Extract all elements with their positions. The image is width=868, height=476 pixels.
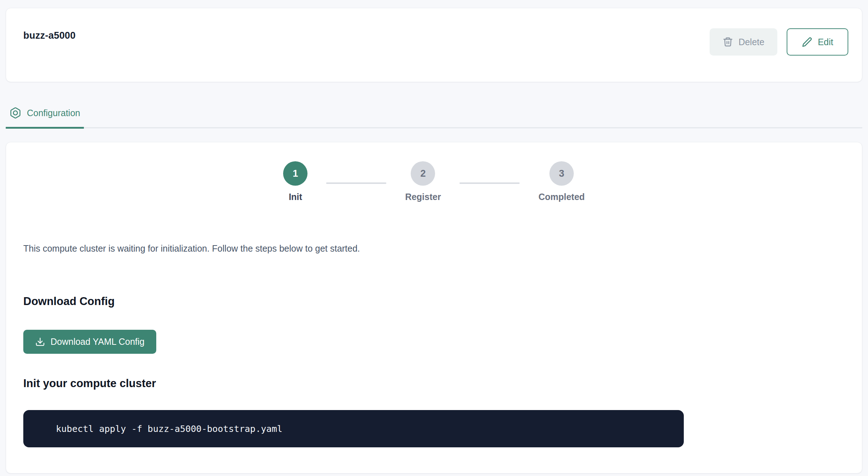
command-code-block: kubectl apply -f buzz-a5000-bootstrap.ya… <box>23 410 684 447</box>
configuration-icon <box>9 107 22 119</box>
tab-configuration-label: Configuration <box>27 105 80 121</box>
step-number: 2 <box>420 168 426 179</box>
step-circle-1: 1 <box>283 161 307 186</box>
download-icon <box>35 337 45 347</box>
page: buzz-a5000 Delete <box>0 0 868 473</box>
tab-configuration[interactable]: Configuration <box>6 105 84 129</box>
tab-bar: Configuration <box>6 105 862 128</box>
stepper-connector-1 <box>326 182 386 184</box>
delete-button[interactable]: Delete <box>710 28 777 56</box>
stepper: 1 Init 2 Register 3 Completed <box>23 142 845 202</box>
stepper-connector-2 <box>459 182 520 184</box>
pencil-icon <box>802 37 812 47</box>
step-label-completed: Completed <box>538 191 585 202</box>
stepper-step-completed: 3 Completed <box>538 161 585 202</box>
step-circle-3: 3 <box>549 161 574 186</box>
step-label-init: Init <box>289 191 302 202</box>
cluster-header-card: buzz-a5000 Delete <box>6 8 862 82</box>
kubectl-command: kubectl apply -f buzz-a5000-bootstrap.ya… <box>56 424 282 434</box>
trash-icon <box>722 37 733 47</box>
cluster-name-title: buzz-a5000 <box>23 30 76 41</box>
step-label-register: Register <box>405 191 441 202</box>
edit-button-label: Edit <box>818 37 833 47</box>
configuration-panel: 1 Init 2 Register 3 Completed This compu… <box>6 142 862 473</box>
download-yaml-config-button[interactable]: Download YAML Config <box>23 330 156 354</box>
header-actions: Delete Edit <box>710 28 848 56</box>
delete-button-label: Delete <box>739 37 764 47</box>
init-cluster-heading: Init your compute cluster <box>23 377 845 390</box>
init-instructions-text: This compute cluster is waiting for init… <box>23 243 845 254</box>
step-circle-2: 2 <box>411 161 435 186</box>
step-number: 3 <box>559 168 564 179</box>
download-config-heading: Download Config <box>23 295 845 308</box>
stepper-step-init: 1 Init <box>283 161 307 202</box>
edit-button[interactable]: Edit <box>787 28 848 56</box>
stepper-step-register: 2 Register <box>405 161 441 202</box>
download-yaml-config-label: Download YAML Config <box>51 337 144 347</box>
step-number: 1 <box>293 168 298 179</box>
